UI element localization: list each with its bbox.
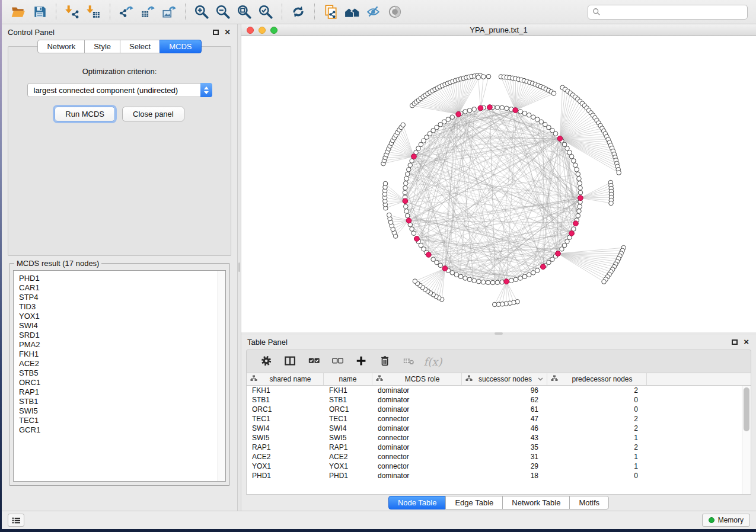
export-table-button[interactable]	[137, 2, 158, 21]
gear-button[interactable]	[255, 352, 279, 370]
tab-network-table[interactable]: Network Table	[502, 496, 570, 509]
cell-successor-nodes[interactable]: 47	[462, 415, 547, 423]
network-from-selection-button[interactable]	[320, 2, 342, 21]
mcds-result-item[interactable]: STB1	[19, 397, 218, 406]
table-row[interactable]: ACE2ACE2connector311	[247, 452, 751, 462]
table-row[interactable]: SWI5SWI5connector431	[247, 433, 751, 443]
open-file-button[interactable]	[8, 2, 29, 21]
cell-shared-name[interactable]: FKH1	[247, 386, 324, 395]
cell-name[interactable]: RAP1	[324, 443, 372, 451]
add-row-button[interactable]	[350, 352, 374, 370]
scrollbar-thumb[interactable]	[744, 387, 749, 431]
search-input[interactable]	[604, 8, 743, 17]
column-header-shared-name[interactable]: shared name	[247, 373, 324, 385]
mcds-result-item[interactable]: SRD1	[19, 331, 218, 340]
column-header-successor-nodes[interactable]: successor nodes	[462, 373, 547, 385]
delete-row-button[interactable]	[374, 352, 397, 370]
tab-style[interactable]: Style	[84, 40, 120, 53]
cell-shared-name[interactable]: SWI4	[247, 424, 324, 432]
cell-predecessor-nodes[interactable]: 1	[547, 434, 647, 442]
column-header-predecessor-nodes[interactable]: predecessor nodes	[547, 373, 647, 385]
splitter-grip[interactable]	[495, 332, 503, 335]
cell-shared-name[interactable]: PHD1	[247, 472, 324, 480]
mcds-result-item[interactable]: PMA2	[19, 340, 218, 350]
cell-MCDS-role[interactable]: dominator	[372, 424, 462, 432]
cell-predecessor-nodes[interactable]: 0	[547, 396, 647, 404]
mcds-result-item[interactable]: TID3	[19, 302, 218, 312]
table-row[interactable]: RAP1RAP1dominator352	[247, 443, 751, 452]
cell-predecessor-nodes[interactable]: 2	[547, 386, 647, 395]
cell-successor-nodes[interactable]: 43	[462, 434, 547, 442]
close-panel-icon[interactable]: ×	[225, 29, 230, 35]
criterion-dropdown[interactable]: largest connected component (undirected)	[27, 83, 212, 97]
cell-successor-nodes[interactable]: 62	[462, 396, 547, 404]
tab-node-table[interactable]: Node Table	[388, 496, 446, 509]
mcds-result-item[interactable]: SWI5	[19, 406, 218, 416]
cell-successor-nodes[interactable]: 96	[462, 386, 547, 395]
network-canvas[interactable]	[241, 36, 756, 332]
zoom-fit-button[interactable]	[234, 2, 255, 21]
cell-MCDS-role[interactable]: dominator	[372, 443, 462, 451]
cell-predecessor-nodes[interactable]: 2	[547, 424, 647, 432]
tab-motifs[interactable]: Motifs	[569, 496, 609, 509]
cell-name[interactable]: SWI4	[324, 424, 372, 432]
export-image-button[interactable]	[158, 2, 180, 21]
column-header-name[interactable]: name	[324, 373, 372, 385]
cell-name[interactable]: YOX1	[324, 462, 372, 470]
memory-button[interactable]: Memory	[702, 514, 750, 527]
zoom-out-button[interactable]	[212, 2, 234, 21]
column-header-MCDS-role[interactable]: MCDS role	[372, 373, 462, 385]
cell-MCDS-role[interactable]: dominator	[372, 386, 462, 395]
cell-name[interactable]: ORC1	[324, 405, 372, 414]
cell-predecessor-nodes[interactable]: 0	[547, 472, 647, 480]
cell-MCDS-role[interactable]: dominator	[372, 472, 462, 480]
task-history-button[interactable]	[8, 514, 24, 527]
cell-MCDS-role[interactable]: connector	[372, 434, 462, 442]
run-mcds-button[interactable]: Run MCDS	[55, 107, 115, 121]
close-panel-button[interactable]: Close panel	[122, 107, 184, 121]
window-zoom-button[interactable]	[270, 27, 277, 34]
cell-name[interactable]: ACE2	[324, 453, 372, 461]
close-panel-icon[interactable]: ×	[744, 339, 749, 345]
cell-predecessor-nodes[interactable]: 2	[547, 415, 647, 423]
cell-successor-nodes[interactable]: 46	[462, 424, 547, 432]
mcds-result-item[interactable]: YOX1	[19, 312, 218, 321]
table-row[interactable]: PHD1PHD1dominator180	[247, 471, 751, 480]
cell-name[interactable]: TEC1	[324, 415, 372, 423]
cell-shared-name[interactable]: RAP1	[247, 443, 324, 451]
cell-MCDS-role[interactable]: dominator	[372, 405, 462, 414]
cell-MCDS-role[interactable]: connector	[372, 462, 462, 470]
mcds-result-item[interactable]: CAR1	[19, 283, 218, 293]
deselect-all-button[interactable]	[326, 352, 350, 370]
column-view-button[interactable]	[279, 352, 302, 370]
table-row[interactable]: SWI4SWI4dominator462	[247, 424, 751, 433]
mcds-result-item[interactable]: SWI4	[19, 321, 218, 331]
cell-shared-name[interactable]: YOX1	[247, 462, 324, 470]
table-scrollbar[interactable]	[742, 386, 751, 494]
table-row[interactable]: STB1STB1dominator620	[247, 395, 751, 405]
splitter-grip[interactable]	[238, 262, 240, 272]
zoom-in-button[interactable]	[191, 2, 212, 21]
mcds-result-item[interactable]: RAP1	[19, 387, 218, 397]
cell-name[interactable]: STB1	[324, 396, 372, 404]
float-panel-icon[interactable]	[732, 339, 738, 345]
result-list-scrollbar[interactable]	[218, 271, 225, 481]
import-network-button[interactable]	[62, 2, 83, 21]
table-row[interactable]: FKH1FKH1dominator962	[247, 386, 751, 395]
cell-name[interactable]: PHD1	[324, 472, 372, 480]
table-row[interactable]: YOX1YOX1connector291	[247, 462, 751, 471]
mcds-result-item[interactable]: PHD1	[19, 274, 218, 283]
zoom-selected-button[interactable]	[255, 2, 276, 21]
export-network-button[interactable]	[116, 2, 137, 21]
horizontal-splitter[interactable]	[241, 332, 756, 335]
mcds-result-item[interactable]: FKH1	[19, 350, 218, 359]
cell-predecessor-nodes[interactable]: 1	[547, 453, 647, 461]
tab-network[interactable]: Network	[37, 40, 85, 53]
tab-edge-table[interactable]: Edge Table	[445, 496, 503, 509]
tab-select[interactable]: Select	[120, 40, 160, 53]
hide-selected-button[interactable]	[363, 2, 384, 21]
cell-predecessor-nodes[interactable]: 1	[547, 462, 647, 470]
cell-successor-nodes[interactable]: 29	[462, 462, 547, 470]
show-hidden-button[interactable]	[384, 2, 406, 21]
cell-shared-name[interactable]: ORC1	[247, 405, 324, 414]
